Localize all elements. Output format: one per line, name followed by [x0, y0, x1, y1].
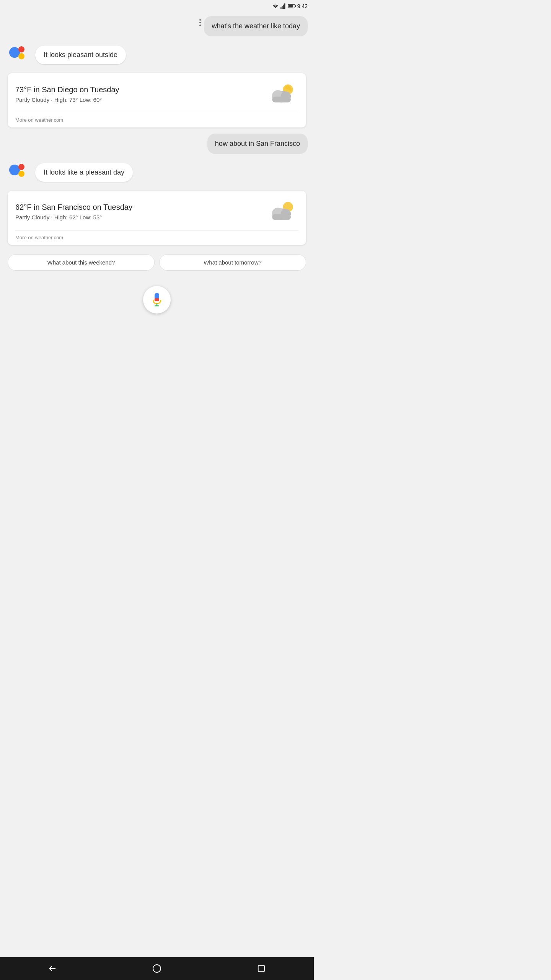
weather-source-2[interactable]: More on weather.com: [15, 230, 298, 240]
mic-wrapper: [6, 280, 308, 321]
svg-point-16: [9, 165, 20, 175]
svg-rect-0: [280, 7, 281, 9]
google-logo-2: [6, 160, 31, 185]
svg-point-9: [18, 46, 24, 52]
user-bubble-1: what's the weather like today: [204, 16, 308, 36]
mic-icon: [152, 293, 162, 307]
menu-dots-button[interactable]: [199, 16, 201, 26]
svg-rect-6: [295, 5, 295, 7]
svg-rect-1: [282, 6, 282, 9]
weather-icon-2: [268, 198, 298, 225]
weather-card-2[interactable]: 62°F in San Francisco on Tuesday Partly …: [8, 191, 306, 245]
user-bubble-2: how about in San Francisco: [207, 134, 308, 154]
svg-point-8: [9, 47, 20, 58]
svg-rect-3: [284, 3, 285, 9]
weather-info-1: 73°F in San Diego on Tuesday Partly Clou…: [15, 85, 119, 103]
suggestions-row: What about this weekend? What about tomo…: [6, 251, 308, 274]
assistant-bubble-2: It looks like a pleasant day: [35, 163, 133, 182]
google-logo-1: [6, 42, 31, 67]
suggestion-chip-0[interactable]: What about this weekend?: [8, 254, 155, 271]
assistant-row-1: It looks pleasant outside: [6, 42, 308, 67]
signal-icon: [280, 3, 287, 9]
svg-rect-26: [155, 300, 159, 301]
battery-icon: [288, 3, 296, 9]
weather-details-1: Partly Cloudy · High: 73° Low: 60°: [15, 96, 119, 103]
user-message-1: what's the weather like today: [6, 16, 308, 36]
assistant-bubble-1: It looks pleasant outside: [35, 46, 126, 64]
status-bar: 9:42: [0, 0, 314, 12]
status-icons: 9:42: [272, 3, 308, 9]
svg-rect-7: [289, 5, 293, 8]
weather-title-1: 73°F in San Diego on Tuesday: [15, 85, 119, 94]
svg-rect-15: [272, 97, 291, 103]
weather-card-1[interactable]: 73°F in San Diego on Tuesday Partly Clou…: [8, 73, 306, 127]
suggestion-chip-1[interactable]: What about tomorrow?: [159, 254, 306, 271]
mic-button[interactable]: [143, 286, 171, 314]
weather-info-2: 62°F in San Francisco on Tuesday Partly …: [15, 203, 132, 220]
wifi-icon: [272, 3, 279, 9]
chat-container: what's the weather like today It looks p…: [0, 12, 314, 325]
user-message-2: how about in San Francisco: [6, 134, 308, 154]
svg-point-17: [18, 164, 24, 170]
assistant-row-2: It looks like a pleasant day: [6, 160, 308, 185]
weather-icon-1: [268, 81, 298, 108]
status-time: 9:42: [297, 3, 308, 9]
weather-source-1[interactable]: More on weather.com: [15, 113, 298, 123]
svg-rect-4: [285, 3, 286, 9]
svg-rect-23: [272, 214, 291, 220]
svg-rect-2: [283, 5, 284, 9]
weather-details-2: Partly Cloudy · High: 62° Low: 53°: [15, 214, 132, 220]
svg-point-10: [18, 53, 24, 59]
weather-title-2: 62°F in San Francisco on Tuesday: [15, 203, 132, 212]
svg-point-18: [18, 171, 24, 177]
